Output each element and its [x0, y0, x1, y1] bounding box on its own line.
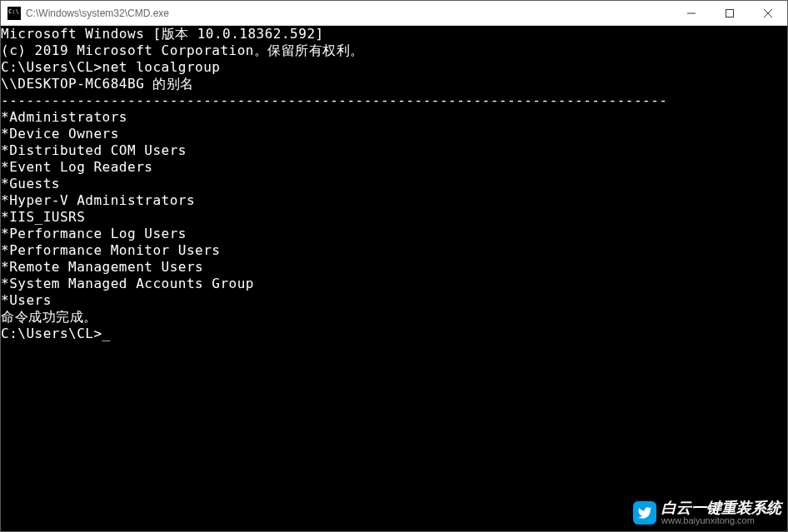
- group-line: *Performance Log Users: [1, 226, 787, 242]
- terminal-output[interactable]: Microsoft Windows [版本 10.0.18362.592](c)…: [1, 26, 787, 531]
- alias-line: \\DESKTOP-MC684BG 的别名: [1, 76, 787, 92]
- prompt-line[interactable]: C:\Users\CL>_: [1, 326, 787, 342]
- group-line: *Hyper-V Administrators: [1, 192, 787, 209]
- group-line: *System Managed Accounts Group: [1, 276, 787, 292]
- cursor: _: [102, 326, 111, 341]
- close-button[interactable]: [749, 1, 787, 25]
- prompt-command: net localgroup: [102, 59, 221, 75]
- prompt-path: C:\Users\CL>: [1, 326, 102, 341]
- maximize-icon: [726, 9, 734, 17]
- close-icon: [764, 9, 772, 17]
- group-line: *Performance Monitor Users: [1, 242, 787, 259]
- maximize-button[interactable]: [711, 1, 749, 25]
- titlebar[interactable]: C:\Windows\system32\CMD.exe: [1, 1, 787, 26]
- group-line: *Device Owners: [1, 126, 787, 142]
- cmd-window: C:\Windows\system32\CMD.exe Microsoft Wi…: [0, 0, 788, 532]
- prompt-line: C:\Users\CL>net localgroup: [1, 59, 787, 76]
- minimize-icon: [687, 9, 696, 17]
- watermark-bird-icon: [633, 501, 656, 525]
- divider-line: ----------------------------------------…: [1, 92, 787, 109]
- cmd-icon: [7, 7, 21, 20]
- window-title: C:\Windows\system32\CMD.exe: [26, 7, 169, 19]
- group-line: *Guests: [1, 176, 787, 192]
- watermark-text: 白云一键重装系统 www.baiyunxitong.com: [661, 500, 781, 525]
- watermark-sub: www.baiyunxitong.com: [661, 515, 781, 525]
- group-line: *Users: [1, 292, 787, 309]
- group-line: *Event Log Readers: [1, 159, 787, 176]
- watermark: 白云一键重装系统 www.baiyunxitong.com: [633, 500, 781, 525]
- group-line: *Remote Management Users: [1, 259, 787, 276]
- copyright-line: (c) 2019 Microsoft Corporation。保留所有权利。: [1, 42, 787, 59]
- minimize-button[interactable]: [672, 1, 711, 25]
- group-line: *IIS_IUSRS: [1, 209, 787, 226]
- group-line: *Administrators: [1, 109, 787, 126]
- prompt-path: C:\Users\CL>: [1, 59, 102, 75]
- svg-rect-1: [726, 9, 734, 17]
- version-line: Microsoft Windows [版本 10.0.18362.592]: [1, 26, 787, 42]
- window-controls: [672, 1, 787, 25]
- success-line: 命令成功完成。: [1, 309, 787, 326]
- group-line: *Distributed COM Users: [1, 142, 787, 159]
